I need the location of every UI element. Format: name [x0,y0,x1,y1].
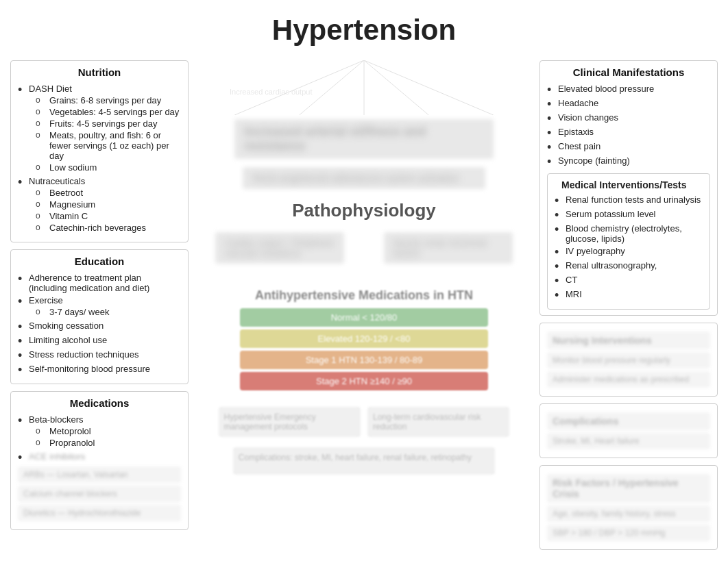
nursing-interventions-title: Nursing Interventions [547,331,710,349]
risk-item-1: Age, obesity, family history, stress [547,505,710,522]
education-item: Exercise [29,295,63,305]
clinical-item: Syncope (fainting) [558,155,630,166]
left-panel: Nutrition • DASH Diet oGrains: 6-8 servi… [0,53,199,563]
blurred-meds-3: Diuretics — Hydrochlorothiazide [18,505,181,521]
list-item: o3-7 days/ week [36,307,109,317]
svg-text:Increased cardiac output: Increased cardiac output [230,88,312,96]
blurred-bottom-1: Hypertensive Emergency management protoc… [219,407,361,437]
svg-line-4 [364,60,428,115]
risk-factors-title: Risk Factors / Hypertensive Crisis [547,474,710,503]
list-item: • DASH Diet oGrains: 6-8 servings per da… [18,84,181,174]
sub-bullet: o [36,95,49,105]
sub-item: 3-7 days/ week [49,307,109,317]
bullet-dot: • [547,141,558,153]
nutrition-title: Nutrition [18,66,181,78]
bullet-dot: • [555,209,566,221]
list-item: • Elevated blood pressure [547,84,710,96]
path-block-2: Neural, renal, hormonal factors [384,232,513,264]
bullet-dot: • [18,273,29,285]
bullet-dot: • [555,223,566,236]
blurred-bottom-2: Long-term cardiovascular risk reduction [367,407,509,437]
sub-item: Propranolol [49,438,95,448]
nutrition-section: Nutrition • DASH Diet oGrains: 6-8 servi… [10,60,189,242]
bullet-dot: • [547,98,558,110]
education-item: Stress reduction techniques [29,349,138,360]
nutrition-item-label: Nutraceuticals [29,176,85,186]
bullet-dot: • [18,364,29,376]
bullet-dot: • [547,127,558,139]
clinical-list: • Elevated blood pressure • Headache • V… [547,84,710,168]
intervention-item: Renal ultrasonography, [566,260,657,271]
blurred-right-section-2: Complications Stroke, MI, Heart failure [539,403,718,458]
list-item: oMeats, poultry, and fish: 6 or fewer se… [36,130,181,161]
education-item: Self-monitoring blood pressure [29,364,150,374]
list-item: oCatechin-rich beverages [36,223,146,233]
sub-item: Beetroot [49,188,83,198]
list-item: • Renal function tests and urinalysis [555,195,703,207]
education-item: Adherence to treatment plan (including m… [29,273,181,293]
sub-bullet: o [36,162,49,172]
center-panel: Increased cardiac output Increased arter… [199,53,529,563]
blurred-meds-2: Calcium channel blockers [18,486,181,502]
list-item: oGrains: 6-8 servings per day [36,95,181,105]
list-item: • CT [555,275,703,287]
svg-line-1 [364,60,494,115]
list-item: • MRI [555,289,703,301]
blurred-right-section-3: Risk Factors / Hypertensive Crisis Age, … [539,465,718,550]
list-item: oMetoprolol [36,426,95,436]
classification-title: Antihypertensive Medications in HTN [219,288,510,303]
connection-lines-svg: Increased cardiac output [202,60,526,115]
medications-section: Medications • Beta-blockers oMetoprolol … [10,391,189,530]
exercise-sub-list: o3-7 days/ week [29,307,109,317]
beta-blockers-sub-list: oMetoprolol oPropranolol [29,426,95,448]
list-item: oBeetroot [36,188,146,198]
intervention-item: Blood chemistry (electrolytes, glucose, … [566,223,703,244]
bullet-dot: • [18,349,29,362]
list-item: • Serum potassium level [555,209,703,221]
intervention-item: CT [566,275,577,285]
bullet-dot: • [18,451,29,464]
list-item: • Chest pain [547,141,710,153]
education-item: Limiting alcohol use [29,335,107,345]
list-item: oVegetables: 4-5 servings per day [36,107,181,117]
list-item: • Renal ultrasonography, [555,260,703,273]
bullet-dot: • [18,176,29,188]
blurred-center-text-1: Renin-angiotensin-aldosterone system act… [243,167,485,189]
education-item: Smoking cessation [29,321,104,331]
bullet-dot: • [18,414,29,427]
intervention-item: Renal function tests and urinalysis [566,195,701,205]
blurred-meds-1: ARBs — Losartan, Valsartan [18,466,181,483]
bullet-dot: • [18,335,29,347]
blurred-center-heading: Increased arterial stiffness and resista… [234,119,494,159]
list-item: oVitamin C [36,211,146,221]
sub-item: Metoprolol [49,426,91,436]
clinical-manifestations-section: Clinical Manifestations • Elevated blood… [539,60,718,316]
nursing-item-1: Monitor blood pressure regularly [547,352,710,368]
top-blurred-diagram: Increased cardiac output [202,60,526,115]
list-item: oLow sodium [36,162,181,173]
list-item: • Stress reduction techniques [18,349,181,362]
list-item: • IV pyelography [555,246,703,258]
list-item: • Vision changes [547,112,710,125]
complications-title: Complications [547,412,710,430]
sub-item: Grains: 6-8 servings per day [49,95,161,105]
nutrition-item-label: DASH Diet [29,84,72,94]
complication-item-1: Stroke, MI, Heart failure [547,433,710,449]
list-item: • Nutraceuticals oBeetroot oMagnesium oV… [18,176,181,234]
blurred-bottom-full: Complications: stroke, MI, heart failure… [219,444,510,478]
sub-item: Fruits: 4-5 servings per day [49,118,158,129]
sub-bullet: o [36,307,49,316]
bullet-dot: • [18,84,29,96]
list-item: • Epistaxis [547,127,710,139]
clinical-item: Epistaxis [558,127,594,137]
sub-bullet: o [36,130,49,140]
bullet-dot: • [18,321,29,333]
sub-bullet: o [36,199,49,209]
sub-item: Vitamin C [49,211,88,221]
interventions-title: Medical Interventions/Tests [555,179,703,190]
blurred-right-section-1: Nursing Interventions Monitor blood pres… [539,323,718,397]
bullet-dot: • [547,155,558,168]
bullet-dot: • [18,295,29,308]
sub-item: Meats, poultry, and fish: 6 or fewer ser… [49,130,181,161]
education-section: Education • Adherence to treatment plan … [10,249,189,384]
